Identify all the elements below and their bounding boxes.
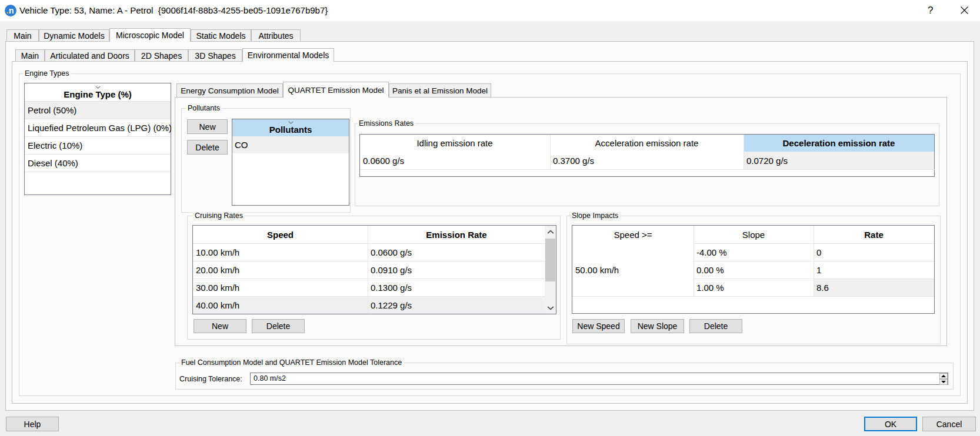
svg-text:n: n [9,6,14,15]
